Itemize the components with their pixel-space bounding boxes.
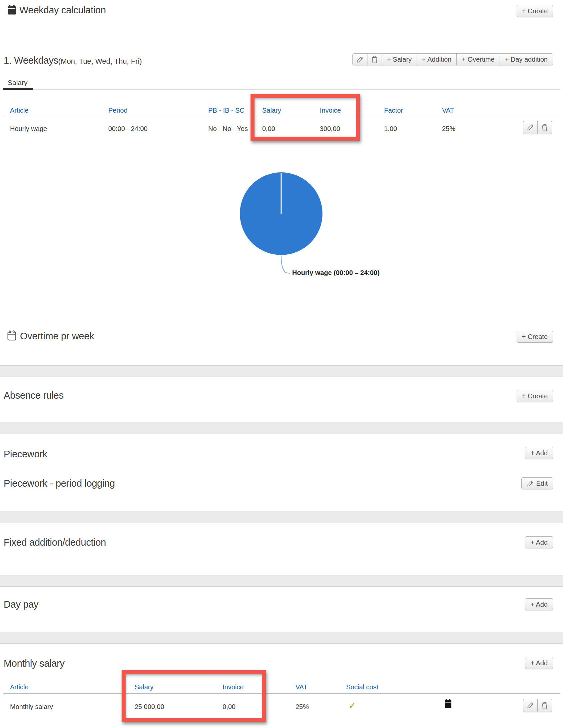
pie-chart — [239, 171, 395, 276]
weekdays-section-title: 1. Weekdays(Mon, Tue, Wed, Thu, Fri) — [4, 54, 142, 66]
create-absence-label: + Create — [522, 392, 548, 400]
absence-section-title: Absence rules — [4, 389, 64, 401]
table2-cell-vat: 25% — [295, 702, 309, 712]
check-icon: ✓ — [348, 701, 356, 710]
weekdays-title: 1. Weekdays — [4, 55, 58, 66]
table1-cell-salary: 0,00 — [262, 124, 275, 134]
table2-header-divider — [3, 693, 560, 694]
page: Weekday calculation + Create 1. Weekdays… — [0, 0, 563, 728]
tab-salary-active-underline — [3, 88, 33, 90]
add-monthly-salary-button[interactable]: + Add — [525, 657, 553, 669]
add-salary-button[interactable]: + Salary — [382, 53, 417, 65]
section-divider — [0, 575, 563, 587]
pie-connector-line — [281, 256, 290, 273]
day-pay-section-title: Day pay — [4, 598, 38, 610]
pie-data-label: Hourly wage (00:00 – 24:00) — [292, 269, 379, 277]
table2-cell-article: Monthly salary — [10, 702, 53, 712]
row-edit-button[interactable] — [523, 699, 538, 712]
add-salary-label: + Salary — [387, 56, 412, 63]
edit-piecework-period-label: Edit — [536, 480, 548, 487]
pencil-icon — [527, 480, 534, 487]
weekdays-subtitle: (Mon, Tue, Wed, Thu, Fri) — [58, 57, 142, 65]
create-weekday-button[interactable]: + Create — [517, 5, 553, 17]
table1-header-invoice: Invoice — [320, 107, 341, 114]
edit-piecework-period-button[interactable]: Edit — [521, 477, 553, 489]
pencil-icon — [527, 124, 534, 131]
table1-header-factor: Factor — [384, 107, 403, 114]
table2-header-vat: VAT — [295, 683, 307, 691]
table1-cell-factor: 1.00 — [384, 124, 397, 134]
table1-header-article: Article — [10, 107, 29, 114]
table1-row-actions — [523, 121, 552, 134]
fixed-addition-section-title: Fixed addition/deduction — [4, 536, 106, 548]
page-title: Weekday calculation — [19, 4, 106, 16]
table2-header-social-cost: Social cost — [346, 683, 378, 691]
table2-header-invoice: Invoice — [223, 683, 244, 691]
add-piecework-button[interactable]: + Add — [525, 447, 553, 459]
table1-cell-pb-ib-sc: No - No - Yes — [208, 124, 258, 134]
table1-header-vat: VAT — [442, 107, 454, 114]
table1-header-divider — [3, 117, 560, 117]
section-divider — [0, 511, 563, 523]
overtime-section-title: Overtime pr week — [20, 330, 94, 342]
section-divider — [0, 422, 563, 434]
weekdays-toolbar: + Salary + Addition + Overtime + Day add… — [352, 53, 553, 65]
tabbar-line — [3, 89, 560, 90]
table1-header-period: Period — [108, 107, 128, 114]
add-day-pay-button[interactable]: + Add — [525, 598, 553, 610]
table2-row-actions — [523, 699, 552, 712]
pencil-icon — [527, 702, 534, 709]
weekdays-delete-button[interactable] — [367, 53, 382, 65]
calendar-outline-icon — [7, 330, 16, 341]
table2-header-salary: Salary — [135, 683, 154, 691]
table1-cell-vat: 25% — [442, 124, 455, 134]
table1-cell-period: 00:00 - 24:00 — [108, 124, 148, 134]
add-addition-label: + Addition — [422, 56, 451, 63]
add-monthly-salary-label: + Add — [530, 659, 548, 667]
add-day-addition-label: + Day addition — [505, 56, 548, 63]
table2-cell-salary: 25 000,00 — [135, 702, 164, 712]
pencil-icon — [356, 56, 364, 63]
add-day-pay-label: + Add — [530, 601, 548, 608]
calendar-filled-icon — [444, 699, 452, 708]
create-overtime-label: + Create — [522, 333, 548, 341]
add-fixed-addition-label: + Add — [530, 539, 548, 546]
calendar-filled-icon — [7, 5, 16, 15]
row-delete-button[interactable] — [537, 699, 552, 712]
trash-icon — [541, 124, 548, 131]
table2-cell-invoice: 0,00 — [223, 702, 236, 712]
add-overtime-button[interactable]: + Overtime — [456, 53, 500, 65]
table1-cell-invoice: 300,00 — [320, 124, 340, 134]
table2-header-article: Article — [10, 683, 29, 691]
tab-salary[interactable]: Salary — [8, 77, 28, 88]
piecework-section-title: Piecework — [4, 448, 47, 460]
create-absence-button[interactable]: + Create — [517, 390, 553, 402]
add-day-addition-button[interactable]: + Day addition — [500, 53, 553, 65]
piecework-period-section-title: Piecework - period logging — [4, 477, 115, 489]
add-piecework-label: + Add — [530, 449, 548, 457]
table1-header-pb-ib-sc: PB - IB - SC — [208, 107, 245, 114]
create-weekday-label: + Create — [522, 7, 548, 15]
create-overtime-button[interactable]: + Create — [517, 331, 553, 343]
trash-icon — [371, 55, 378, 63]
section-divider — [0, 632, 563, 644]
highlight-box-salary-invoice-2 — [122, 670, 266, 722]
add-fixed-addition-button[interactable]: + Add — [525, 536, 553, 548]
table1-cell-article: Hourly wage — [10, 124, 47, 134]
section-divider — [0, 365, 563, 377]
row-edit-button[interactable] — [523, 121, 538, 134]
table1-header-salary: Salary — [262, 107, 281, 114]
add-addition-button[interactable]: + Addition — [417, 53, 457, 65]
monthly-salary-section-title: Monthly salary — [4, 657, 65, 669]
trash-icon — [541, 702, 548, 709]
row-delete-button[interactable] — [537, 121, 552, 134]
add-overtime-label: + Overtime — [462, 56, 494, 63]
weekdays-edit-button[interactable] — [352, 53, 367, 65]
